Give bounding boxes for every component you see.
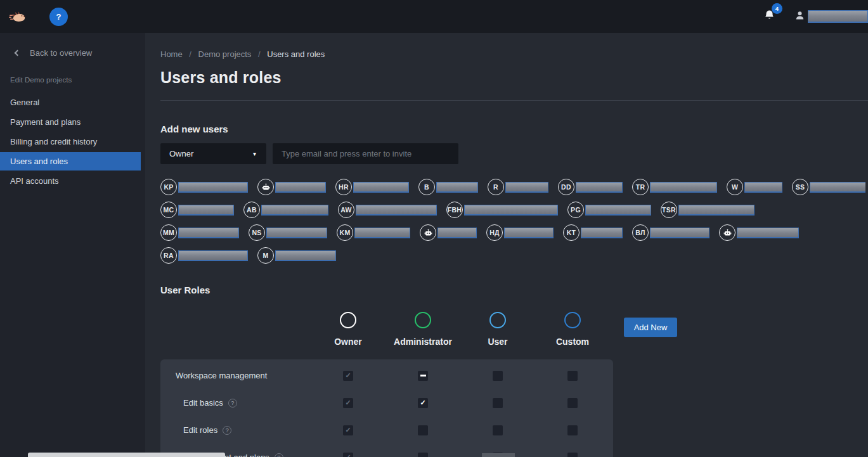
user-avatar: M bbox=[257, 247, 274, 264]
sidebar-item-billing-and-credit-history[interactable]: Billing and credit history bbox=[0, 132, 141, 151]
invite-email-input[interactable] bbox=[273, 143, 458, 164]
member-item[interactable]: W bbox=[727, 179, 782, 195]
sidebar-item-api-accounts[interactable]: API accounts bbox=[0, 172, 141, 190]
member-item[interactable]: AB bbox=[243, 202, 328, 218]
role-column-administrator: Administrator bbox=[385, 312, 460, 347]
permission-checkbox-checked-muted[interactable]: ✓ bbox=[343, 371, 353, 381]
notifications-button[interactable]: 4 bbox=[763, 9, 775, 24]
hedgehog-logo-icon[interactable] bbox=[9, 9, 28, 24]
permission-checkbox-checked-muted[interactable]: ✓ bbox=[343, 398, 353, 408]
members-row: RAM bbox=[160, 244, 865, 267]
permission-row: Workspace management✓ bbox=[160, 362, 613, 389]
member-item[interactable] bbox=[719, 224, 799, 241]
help-button[interactable]: ? bbox=[49, 8, 68, 26]
member-item[interactable]: FBH bbox=[446, 202, 558, 218]
member-name-redacted bbox=[178, 205, 234, 216]
member-name-redacted bbox=[737, 228, 799, 238]
user-avatar: TR bbox=[632, 179, 649, 195]
permission-checkbox-unchecked[interactable] bbox=[567, 425, 578, 435]
help-question-icon[interactable]: ? bbox=[275, 453, 283, 457]
robot-avatar-icon bbox=[420, 224, 436, 241]
permission-checkbox-unchecked[interactable] bbox=[567, 371, 578, 381]
member-item[interactable]: TSR bbox=[661, 202, 755, 218]
main-content: Home / Demo projects / Users and roles U… bbox=[145, 33, 868, 457]
member-item[interactable]: HR bbox=[335, 179, 409, 195]
member-item[interactable] bbox=[257, 179, 326, 195]
permission-checkbox-unchecked[interactable] bbox=[493, 398, 503, 408]
member-name-redacted bbox=[266, 228, 327, 238]
help-question-icon[interactable]: ? bbox=[223, 426, 231, 435]
member-item[interactable]: DD bbox=[558, 179, 623, 195]
user-avatar: MM bbox=[160, 224, 177, 241]
member-item[interactable]: RA bbox=[160, 247, 248, 264]
checkbox-cell bbox=[460, 371, 535, 381]
permission-checkbox-checked[interactable]: ✓ bbox=[418, 398, 428, 408]
checkbox-cell bbox=[535, 453, 610, 457]
permission-checkbox-unchecked[interactable] bbox=[418, 425, 428, 435]
checkbox-cell bbox=[385, 371, 460, 381]
permission-checkbox-unchecked[interactable] bbox=[493, 371, 503, 381]
sidebar-item-users-and-roles[interactable]: Users and roles bbox=[0, 152, 141, 171]
member-item[interactable]: M bbox=[257, 247, 336, 264]
user-avatar: ВЛ bbox=[632, 224, 649, 241]
member-name-redacted bbox=[650, 182, 717, 193]
member-item[interactable]: NS bbox=[249, 224, 327, 241]
permission-checkbox-unchecked[interactable] bbox=[567, 453, 578, 457]
member-item[interactable]: B bbox=[418, 179, 478, 195]
member-name-redacted bbox=[581, 228, 623, 238]
back-to-overview-link[interactable]: Back to overview bbox=[0, 33, 145, 58]
member-item[interactable]: AW bbox=[338, 202, 437, 218]
member-item[interactable]: KT bbox=[563, 224, 623, 241]
horizontal-scrollbar-thumb[interactable] bbox=[28, 453, 225, 457]
member-name-redacted bbox=[178, 182, 248, 193]
member-item[interactable]: НД bbox=[486, 224, 554, 241]
permission-checkbox-unchecked[interactable] bbox=[418, 453, 428, 457]
user-avatar: HR bbox=[335, 179, 352, 195]
breadcrumb-demo-projects[interactable]: Demo projects bbox=[198, 49, 252, 59]
member-name-redacted bbox=[576, 182, 623, 193]
user-avatar: AW bbox=[338, 202, 354, 218]
help-question-icon[interactable]: ? bbox=[228, 399, 237, 408]
permission-label: Workspace management bbox=[160, 371, 311, 380]
member-item[interactable]: KP bbox=[160, 179, 248, 195]
permission-checkbox-checked-muted[interactable]: ✓ bbox=[343, 453, 353, 457]
horizontal-scrollbar-fragment[interactable] bbox=[482, 453, 515, 457]
sidebar-item-payment-and-plans[interactable]: Payment and plans bbox=[0, 113, 141, 131]
member-item[interactable]: ВЛ bbox=[632, 224, 709, 241]
member-name-redacted bbox=[356, 205, 437, 216]
role-label-user: User bbox=[488, 337, 507, 347]
member-item[interactable]: MM bbox=[160, 224, 239, 241]
checkbox-cell bbox=[460, 398, 535, 408]
member-item[interactable]: R bbox=[488, 179, 548, 195]
permission-checkbox-unchecked[interactable] bbox=[567, 398, 578, 408]
permission-checkbox-indeterminate[interactable] bbox=[418, 371, 428, 381]
members-row: KPHRBRDDTRWSS bbox=[160, 176, 865, 198]
role-label-owner: Owner bbox=[334, 337, 362, 347]
breadcrumb-home[interactable]: Home bbox=[160, 49, 183, 59]
member-name-redacted bbox=[261, 205, 328, 216]
member-item[interactable]: PG bbox=[567, 202, 651, 218]
add-new-role-button[interactable]: Add New bbox=[624, 318, 677, 337]
user-avatar: B bbox=[418, 179, 435, 195]
permission-checkbox-checked-muted[interactable]: ✓ bbox=[343, 425, 353, 435]
page-title: Users and roles bbox=[160, 68, 868, 87]
member-item[interactable] bbox=[420, 224, 477, 241]
member-item[interactable]: KM bbox=[337, 224, 410, 241]
custom-role-circle-icon bbox=[564, 312, 581, 328]
sidebar: Back to overview Edit Demo projects Gene… bbox=[0, 33, 145, 457]
member-name-redacted bbox=[504, 228, 554, 238]
user-role-circle-icon bbox=[489, 312, 506, 328]
checkbox-cell bbox=[535, 371, 610, 381]
member-name-redacted bbox=[354, 228, 410, 238]
sidebar-item-general[interactable]: General bbox=[0, 93, 141, 112]
member-item[interactable]: TR bbox=[632, 179, 717, 195]
member-item[interactable]: MC bbox=[160, 202, 234, 218]
robot-avatar-icon bbox=[719, 224, 735, 241]
member-name-redacted bbox=[650, 228, 709, 238]
member-item[interactable]: SS bbox=[792, 179, 865, 195]
breadcrumb-separator: / bbox=[189, 49, 191, 59]
role-select[interactable]: Owner ▾ bbox=[160, 143, 266, 164]
user-menu[interactable] bbox=[794, 10, 868, 23]
add-users-heading: Add new users bbox=[160, 124, 868, 134]
permission-checkbox-unchecked[interactable] bbox=[493, 425, 503, 435]
